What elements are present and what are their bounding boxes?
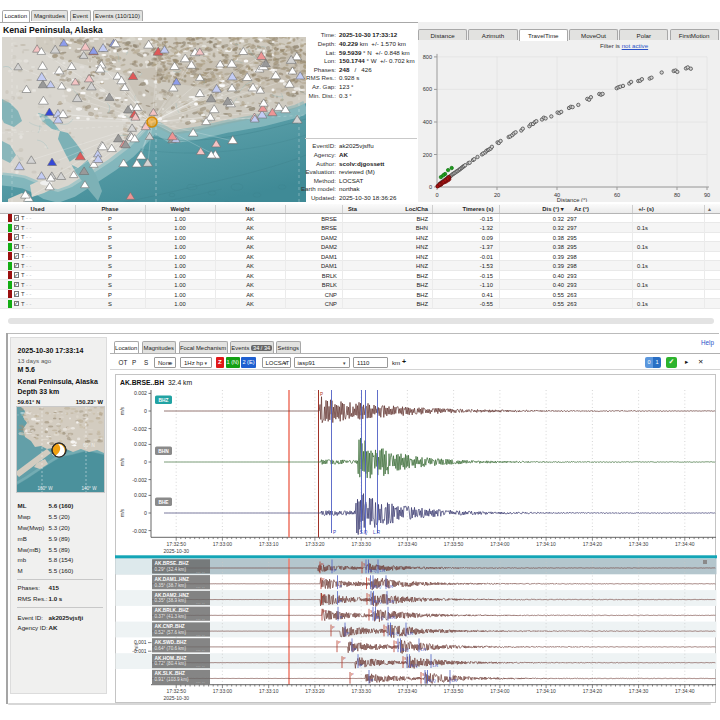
svg-text:LR: LR: [421, 647, 427, 652]
svg-text:L.R: L.R: [373, 530, 381, 535]
svg-text:P: P: [351, 672, 354, 677]
svg-text:0.29° (32.4 km): 0.29° (32.4 km): [155, 567, 187, 572]
svg-text:17:33:50: 17:33:50: [444, 688, 464, 694]
svg-text:60° N: 60° N: [83, 443, 95, 448]
svg-text:P: P: [323, 609, 326, 614]
svg-text:2025-10-30: 2025-10-30: [163, 548, 189, 554]
svg-text:LR: LR: [433, 663, 439, 668]
svg-text:P: P: [338, 640, 341, 645]
svg-text:LR: LR: [380, 568, 386, 573]
svg-text:17:32:50: 17:32:50: [166, 541, 186, 547]
svg-text:S.Q: S.Q: [375, 599, 383, 604]
svg-text:0: 0: [435, 192, 438, 198]
svg-text:LR: LR: [408, 631, 414, 636]
svg-text:17:33:20: 17:33:20: [305, 688, 325, 694]
svg-text:17:34:30: 17:34:30: [629, 688, 649, 694]
svg-text:17:33:30: 17:33:30: [351, 688, 371, 694]
svg-text:17:33:10: 17:33:10: [259, 688, 279, 694]
svg-text:17:33:40: 17:33:40: [398, 688, 418, 694]
svg-text:0.002: 0.002: [134, 390, 147, 396]
svg-text:S.Q: S.Q: [429, 678, 437, 683]
svg-text:-0.002: -0.002: [132, 528, 147, 534]
svg-text:S.Q: S.Q: [392, 631, 400, 636]
svg-text:P: P: [332, 625, 335, 630]
svg-text:··· ··: ··· ··: [196, 617, 205, 622]
svg-text:0.002: 0.002: [134, 492, 147, 498]
svg-text:60: 60: [614, 192, 620, 198]
svg-text:S.Q: S.Q: [377, 615, 385, 620]
svg-text:AK.DAM1..HNZ: AK.DAM1..HNZ: [155, 577, 189, 582]
svg-text:LR: LR: [452, 678, 458, 683]
svg-text:··· ··: ··· ··: [196, 585, 205, 590]
svg-text:0: 0: [144, 459, 147, 465]
svg-text:200: 200: [423, 152, 432, 158]
svg-text:··· ··: ··· ··: [196, 570, 205, 575]
svg-text:0.35° (38.7 km): 0.35° (38.7 km): [155, 583, 187, 588]
svg-text:P: P: [323, 593, 326, 598]
svg-text:··· ··: ··· ··: [196, 633, 205, 638]
svg-text:17:34:00: 17:34:00: [490, 688, 510, 694]
svg-text:17:34:40: 17:34:40: [675, 688, 695, 694]
svg-text:··· ··: ··· ··: [196, 648, 205, 653]
svg-text:20: 20: [494, 192, 500, 198]
svg-text:S: S: [395, 640, 398, 645]
svg-text:m/s: m/s: [119, 457, 125, 466]
svg-text:P: P: [334, 568, 337, 573]
svg-text:17:34:20: 17:34:20: [583, 541, 603, 547]
svg-text:160° W: 160° W: [37, 486, 53, 491]
svg-text:P: P: [354, 647, 357, 652]
svg-text:LR: LR: [390, 615, 396, 620]
svg-text:P: P: [360, 663, 363, 668]
svg-text:AK.SLK..BHZ: AK.SLK..BHZ: [155, 671, 185, 676]
svg-text:P: P: [320, 392, 323, 397]
svg-text:S: S: [422, 672, 425, 677]
svg-text:AK.CNP..BHZ: AK.CNP..BHZ: [155, 624, 185, 629]
svg-text:m/s: m/s: [134, 643, 139, 651]
svg-text:17:33:30: 17:33:30: [351, 541, 371, 547]
svg-text:17:33:50: 17:33:50: [444, 541, 464, 547]
svg-text:P: P: [371, 678, 374, 683]
svg-text:P: P: [340, 615, 343, 620]
svg-text:S: S: [370, 609, 373, 614]
svg-text:17:34:00: 17:34:00: [490, 541, 510, 547]
svg-text:S.Q: S.Q: [360, 530, 368, 535]
svg-text:0.002: 0.002: [134, 441, 147, 447]
svg-text:17:34:40: 17:34:40: [675, 541, 695, 547]
svg-text:BHE: BHE: [158, 500, 169, 505]
svg-text:17:33:40: 17:33:40: [398, 541, 418, 547]
svg-text:17:34:20: 17:34:20: [583, 688, 603, 694]
svg-text:S: S: [363, 562, 366, 567]
svg-text:P: P: [339, 599, 342, 604]
svg-text:AK.HOM..BHZ: AK.HOM..BHZ: [155, 656, 187, 661]
svg-text:m/s: m/s: [119, 508, 125, 517]
svg-text:17:34:10: 17:34:10: [536, 541, 556, 547]
svg-text:P: P: [321, 562, 324, 567]
svg-text:BHN: BHN: [158, 449, 169, 454]
svg-text:LR: LR: [389, 599, 395, 604]
svg-text:AK.SWD..BHZ: AK.SWD..BHZ: [155, 640, 187, 645]
svg-text:LR: LR: [388, 584, 394, 589]
svg-text:-0.002: -0.002: [132, 477, 147, 483]
svg-text:S.Q: S.Q: [402, 647, 410, 652]
svg-text:0: 0: [144, 510, 147, 516]
svg-text:S.Q: S.Q: [411, 663, 419, 668]
svg-text:··· ··: ··· ··: [196, 664, 205, 669]
svg-text:17:32:50: 17:32:50: [166, 688, 186, 694]
svg-text:0: 0: [144, 408, 147, 414]
svg-text:0.72° (80.4 km): 0.72° (80.4 km): [155, 661, 187, 666]
svg-text:17:33:00: 17:33:00: [213, 541, 233, 547]
svg-text:0.64° (70.6 km): 0.64° (70.6 km): [155, 646, 187, 651]
svg-text:800: 800: [423, 54, 432, 60]
svg-text:S: S: [368, 593, 371, 598]
svg-text:80: 80: [674, 192, 680, 198]
svg-text:S: S: [404, 656, 407, 661]
svg-text:S: S: [368, 577, 371, 582]
svg-text:17:34:30: 17:34:30: [629, 541, 649, 547]
svg-text:Distance (°): Distance (°): [557, 197, 587, 203]
svg-text:0.37° (41.3 km): 0.37° (41.3 km): [155, 614, 187, 619]
svg-text:2025-10-30: 2025-10-30: [163, 695, 189, 701]
svg-text:-0.002: -0.002: [132, 426, 147, 432]
svg-text:400: 400: [423, 119, 432, 125]
svg-text:P: P: [333, 530, 336, 535]
svg-text:17:34:10: 17:34:10: [536, 688, 556, 694]
